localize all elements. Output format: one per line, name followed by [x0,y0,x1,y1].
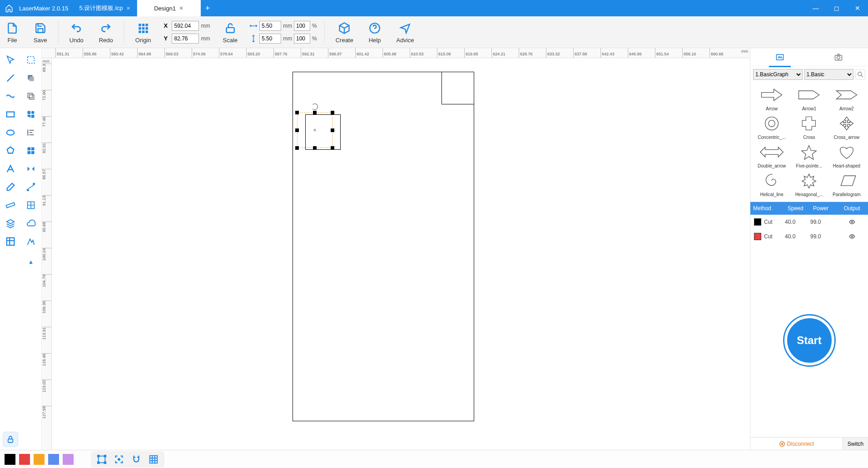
ruler-tick: 95.68 [42,222,51,234]
layers-tool[interactable] [0,214,21,232]
shape-icon [756,142,788,163]
shape-item[interactable]: Five-pointe... [791,142,827,168]
width-input[interactable] [259,21,281,31]
file-button[interactable]: File [0,16,25,48]
ruler-vertical: mm 68.372.9077.4682.0186.5791.1395.68100… [42,58,52,450]
undo-button[interactable]: Undo [63,16,90,48]
handle-ne[interactable] [331,111,334,114]
color-swatch[interactable] [48,454,59,465]
shape-item[interactable]: Arrow2 [829,84,864,111]
curve-tool[interactable] [0,87,21,105]
handle-n[interactable] [313,111,317,114]
select-tool[interactable] [0,51,21,69]
color-swatch[interactable] [19,454,30,465]
edit-path-icon[interactable] [21,178,42,196]
redo-button[interactable]: Redo [93,16,119,48]
switch-button[interactable]: Switch [843,438,868,450]
maximize-button[interactable]: ◻ [826,0,847,16]
shape-item[interactable]: Parallelogram [829,170,864,197]
handle-se[interactable] [331,146,334,150]
layer-visibility[interactable] [836,219,868,225]
disconnect-status[interactable]: Disconnect [750,441,843,447]
marquee-tool[interactable] [21,51,42,69]
magnet-icon[interactable] [130,453,143,466]
handle-sw[interactable] [295,146,299,150]
array-icon[interactable] [21,196,42,214]
close-icon[interactable]: × [126,5,130,12]
width-pct-input[interactable] [294,21,310,31]
height-input[interactable] [259,34,281,44]
search-icon[interactable] [855,69,865,79]
shape-item[interactable]: Cross [791,113,827,140]
handle-w[interactable] [295,128,299,132]
eraser-tool[interactable] [0,178,21,196]
shape-item[interactable]: Hexagonal_... [791,170,827,197]
text-tool[interactable] [0,160,21,178]
ellipse-tool[interactable] [0,123,21,142]
duplicate-icon[interactable] [21,87,42,105]
canvas[interactable]: × [52,58,750,450]
y-input[interactable] [172,34,199,44]
layer-row[interactable]: Cut40.099.0 [750,215,868,229]
shape-item[interactable]: Heart-shaped [829,142,864,168]
category-select-2[interactable]: 1.Basic [804,69,854,80]
svg-rect-41 [98,462,99,463]
save-button[interactable]: Save [27,16,54,48]
laser-icon[interactable] [21,251,42,269]
handle-s[interactable] [313,146,317,150]
rect-tool[interactable] [0,105,21,123]
shape-item[interactable]: Helical_line [754,170,789,197]
color-swatch[interactable] [63,454,74,465]
shape-item[interactable]: Arrow1 [791,84,827,111]
scale-lock-button[interactable]: Scale [216,16,244,48]
trace-icon[interactable] [21,232,42,251]
lock-button[interactable] [3,432,18,447]
focus-icon[interactable] [113,453,125,466]
minimize-button[interactable]: — [805,0,826,16]
measure-tool[interactable] [0,196,21,214]
camera-tab[interactable] [825,51,852,64]
tab-design1[interactable]: Design1 × [137,0,201,16]
handle-nw[interactable] [295,111,299,114]
rotate-handle[interactable] [312,103,318,110]
color-swatch[interactable] [5,454,15,465]
handle-e[interactable] [331,128,334,132]
layer-row[interactable]: Cut40.099.0 [750,229,868,244]
line-tool[interactable] [0,69,21,87]
svg-point-18 [7,130,15,135]
help-button[interactable]: Help [362,16,387,48]
shape-item[interactable]: Arrow [754,84,789,111]
color-swatch[interactable] [34,454,45,465]
advice-button[interactable]: Advice [390,16,420,48]
close-window-button[interactable]: ✕ [847,0,868,16]
grid-icon[interactable] [147,453,160,466]
align-icon[interactable] [21,123,42,142]
start-button[interactable]: Start [784,315,834,365]
ruler-tick: 127.58 [42,406,51,421]
add-tab-button[interactable]: + [201,0,215,16]
shape-item[interactable]: Double_arrow [754,142,789,168]
create-button[interactable]: Create [329,16,360,48]
ruler-tick: 578.64 [219,48,233,58]
mirror-icon[interactable] [21,160,42,178]
home-icon[interactable] [4,3,15,14]
shape-item[interactable]: Cross_arrow [829,113,864,140]
layer-visibility[interactable] [836,233,868,240]
shapes-tab[interactable] [766,51,794,64]
height-pct-input[interactable] [294,34,310,44]
bbox-icon[interactable] [95,453,108,466]
table-tool[interactable] [0,232,21,251]
fill-tool[interactable] [21,69,42,87]
shape-item[interactable]: Concentric_... [754,113,789,140]
shape-gallery-icon[interactable] [21,105,42,123]
layer-speed: 40.0 [785,233,810,240]
origin-button[interactable]: Origin [129,16,158,48]
grid-shapes-icon[interactable] [21,142,42,160]
polygon-tool[interactable] [0,142,21,160]
category-select-1[interactable]: 1.BasicGraph [753,69,803,80]
cloud-icon[interactable] [21,214,42,232]
close-icon[interactable]: × [179,5,183,12]
tab-template[interactable]: 5.设计图模板.lcp × [73,0,137,16]
svg-rect-2 [146,24,148,26]
x-input[interactable] [172,21,199,31]
